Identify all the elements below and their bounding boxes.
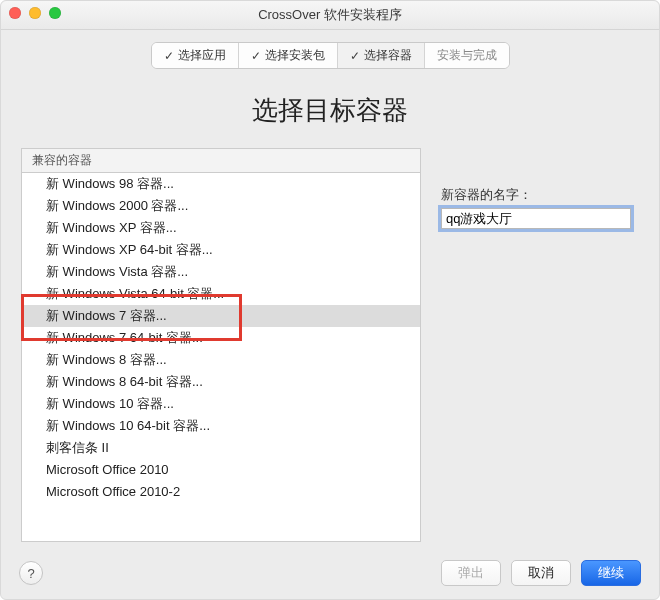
- list-item[interactable]: 刺客信条 II: [22, 437, 420, 459]
- list-item[interactable]: 新 Windows 7 64-bit 容器...: [22, 327, 420, 349]
- window-controls: [9, 7, 61, 19]
- crossover-installer-window: CrossOver 软件安装程序 ✓ 选择应用 ✓ 选择安装包 ✓ 选择容器 安…: [0, 0, 660, 600]
- step-label: 选择安装包: [265, 47, 325, 64]
- eject-button: 弹出: [441, 560, 501, 586]
- list-item[interactable]: Microsoft Office 2010: [22, 459, 420, 481]
- list-item[interactable]: 新 Windows 10 64-bit 容器...: [22, 415, 420, 437]
- step-indicator-inner: ✓ 选择应用 ✓ 选择安装包 ✓ 选择容器 安装与完成: [151, 42, 510, 69]
- content-area: 兼容的容器 新 Windows 98 容器...新 Windows 2000 容…: [1, 148, 659, 542]
- list-item[interactable]: Microsoft Office 2010-2: [22, 481, 420, 503]
- list-item[interactable]: 新 Windows 98 容器...: [22, 173, 420, 195]
- list-item[interactable]: 新 Windows XP 64-bit 容器...: [22, 239, 420, 261]
- container-list-header: 兼容的容器: [21, 148, 421, 172]
- help-button[interactable]: ?: [19, 561, 43, 585]
- page-title: 选择目标容器: [1, 93, 659, 128]
- container-list[interactable]: 新 Windows 98 容器...新 Windows 2000 容器...新 …: [21, 172, 421, 542]
- step-choose-app[interactable]: ✓ 选择应用: [152, 43, 239, 68]
- cancel-button[interactable]: 取消: [511, 560, 571, 586]
- zoom-icon[interactable]: [49, 7, 61, 19]
- list-item[interactable]: 新 Windows XP 容器...: [22, 217, 420, 239]
- list-item[interactable]: 新 Windows 2000 容器...: [22, 195, 420, 217]
- step-choose-package[interactable]: ✓ 选择安装包: [239, 43, 338, 68]
- new-container-form: 新容器的名字：: [421, 148, 639, 229]
- step-label: 选择应用: [178, 47, 226, 64]
- window-title: CrossOver 软件安装程序: [258, 6, 402, 24]
- step-indicator: ✓ 选择应用 ✓ 选择安装包 ✓ 选择容器 安装与完成: [1, 30, 659, 77]
- step-install-finish: 安装与完成: [425, 43, 509, 68]
- list-item[interactable]: 新 Windows 7 容器...: [22, 305, 420, 327]
- minimize-icon[interactable]: [29, 7, 41, 19]
- list-item[interactable]: 新 Windows Vista 容器...: [22, 261, 420, 283]
- close-icon[interactable]: [9, 7, 21, 19]
- footer: ? 弹出 取消 继续: [1, 547, 659, 599]
- check-icon: ✓: [251, 49, 261, 63]
- list-item[interactable]: 新 Windows 10 容器...: [22, 393, 420, 415]
- check-icon: ✓: [350, 49, 360, 63]
- new-container-name-label: 新容器的名字：: [441, 186, 639, 204]
- step-label: 选择容器: [364, 47, 412, 64]
- step-label: 安装与完成: [437, 47, 497, 64]
- continue-button[interactable]: 继续: [581, 560, 641, 586]
- title-bar: CrossOver 软件安装程序: [1, 1, 659, 30]
- list-item[interactable]: 新 Windows 8 64-bit 容器...: [22, 371, 420, 393]
- list-item[interactable]: 新 Windows 8 容器...: [22, 349, 420, 371]
- new-container-name-input[interactable]: [441, 208, 631, 229]
- check-icon: ✓: [164, 49, 174, 63]
- container-list-wrap: 兼容的容器 新 Windows 98 容器...新 Windows 2000 容…: [21, 148, 421, 542]
- list-item[interactable]: 新 Windows Vista 64-bit 容器...: [22, 283, 420, 305]
- step-choose-container[interactable]: ✓ 选择容器: [338, 43, 425, 68]
